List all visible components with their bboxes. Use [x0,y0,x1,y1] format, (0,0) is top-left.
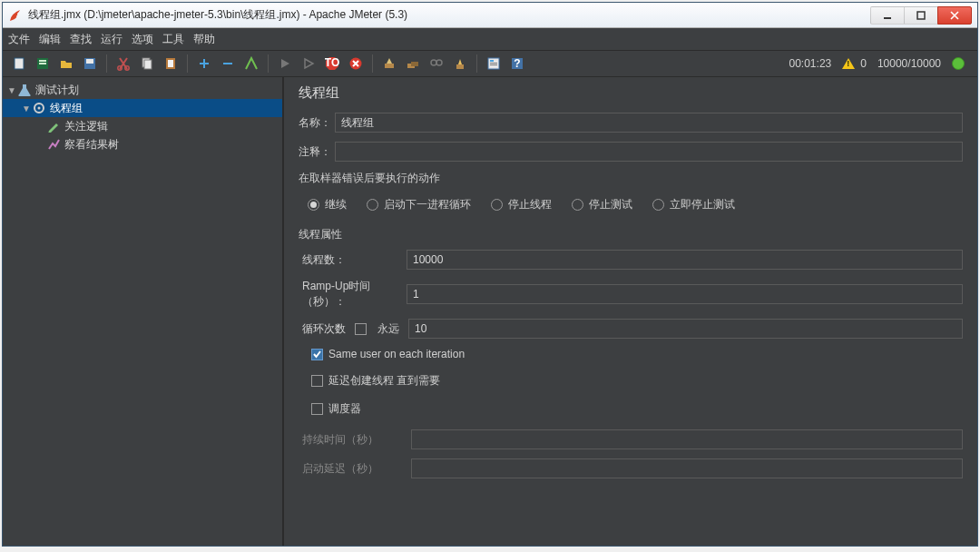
name-label: 名称： [299,115,335,131]
loop-forever-checkbox[interactable]: 永远 [355,321,399,337]
thread-count: 10000/10000 [877,57,941,70]
open-icon[interactable] [55,53,77,74]
radio-stop-test[interactable]: 停止测试 [572,197,632,212]
svg-rect-1 [917,12,925,19]
tree-node-child[interactable]: 察看结果树 [3,135,282,153]
warn-count: 0 [860,57,867,70]
clear-all-icon[interactable] [402,53,424,74]
start-no-timers-icon[interactable] [298,53,319,74]
duration-input [411,429,963,449]
toolbar-status: 00:01:23 0 10000/10000 [789,57,972,70]
radio-continue[interactable]: 继续 [308,197,347,212]
menu-edit[interactable]: 编辑 [39,32,61,47]
clear-icon[interactable] [378,53,400,74]
svg-rect-2 [15,58,24,69]
app-window: 线程组.jmx (D:\jmeter\apache-jmeter-5.3\bin… [2,2,978,547]
menu-options[interactable]: 选项 [132,32,153,47]
panel-title: 线程组 [299,84,963,102]
svg-rect-25 [490,63,497,64]
pencil-icon [46,119,61,133]
rampup-label: Ramp-Up时间（秒）： [302,279,407,310]
svg-text:STOP: STOP [325,56,339,69]
duration-label: 持续时间（秒） [302,432,411,448]
svg-point-20 [431,60,436,65]
radio-stop-thread[interactable]: 停止线程 [491,197,552,212]
test-plan-tree[interactable]: ▼ 测试计划 ▼ 线程组 关注逻辑 察看结果树 [3,77,284,546]
cut-icon[interactable] [113,53,134,74]
toolbar-separator [106,54,107,73]
minimize-button[interactable] [870,6,905,25]
comment-label: 注释： [299,144,335,160]
scheduler-checkbox[interactable]: 调度器 [302,401,963,417]
toolbar-separator [476,54,477,73]
svg-rect-13 [168,60,173,67]
svg-rect-26 [490,64,497,65]
menu-search[interactable]: 查找 [70,32,92,47]
svg-text:?: ? [514,57,520,70]
svg-rect-24 [490,60,494,62]
paste-icon[interactable] [160,53,181,74]
tree-node-thread-group[interactable]: ▼ 线程组 [3,99,282,117]
toolbar-separator [268,54,269,73]
templates-icon[interactable] [32,53,54,74]
svg-rect-4 [39,60,46,62]
expand-icon[interactable] [193,53,215,74]
start-icon[interactable] [274,53,296,74]
tree-node-test-plan[interactable]: ▼ 测试计划 [3,81,282,99]
menu-help[interactable]: 帮助 [193,32,215,47]
comment-input[interactable] [335,142,963,162]
error-action-group: 继续 启动下一进程循环 停止线程 停止测试 立即停止测试 [299,193,963,222]
shutdown-icon[interactable] [345,53,367,74]
menubar: 文件 编辑 查找 运行 选项 工具 帮助 [3,28,977,50]
tree-node-child[interactable]: 关注逻辑 [3,117,282,135]
loop-label: 循环次数 [302,321,355,337]
close-button[interactable] [937,6,972,25]
svg-rect-7 [86,59,93,64]
results-icon [46,137,61,152]
menu-tools[interactable]: 工具 [162,32,184,47]
menu-file[interactable]: 文件 [8,32,30,47]
rampup-input[interactable] [407,284,963,304]
maximize-button[interactable] [904,6,938,25]
toolbar-separator [187,54,188,73]
delay-create-checkbox[interactable]: 延迟创建线程 直到需要 [302,373,963,389]
stop-icon[interactable]: STOP [321,53,343,74]
status-indicator-icon [952,57,965,70]
flask-icon [17,83,32,97]
startup-delay-input [411,458,963,478]
svg-rect-22 [456,64,464,69]
function-helper-icon[interactable] [483,53,505,74]
warning-icon[interactable] [842,58,855,69]
search-icon[interactable] [426,53,447,74]
svg-rect-5 [39,63,46,64]
gear-icon [32,101,46,115]
titlebar: 线程组.jmx (D:\jmeter\apache-jmeter-5.3\bin… [3,3,977,28]
save-icon[interactable] [79,53,101,74]
reset-search-icon[interactable] [449,53,471,74]
collapse-icon[interactable] [217,53,239,74]
radio-start-next[interactable]: 启动下一进程循环 [367,197,471,212]
threads-input[interactable] [407,250,963,270]
svg-rect-11 [144,60,152,69]
name-input[interactable] [335,113,963,133]
same-user-checkbox[interactable]: Same user on each iteration [302,348,963,360]
copy-icon[interactable] [136,53,158,74]
threads-label: 线程数： [302,252,407,268]
svg-point-30 [38,107,41,110]
toolbar: STOP ? 00:01:23 0 10000/10000 [3,50,977,77]
new-icon[interactable] [8,53,30,74]
svg-rect-17 [385,64,394,68]
menu-run[interactable]: 运行 [101,32,122,47]
help-icon[interactable]: ? [506,53,528,74]
elapsed-time: 00:01:23 [789,57,832,70]
error-action-label: 在取样器错误后要执行的动作 [299,171,963,186]
svg-rect-19 [411,62,418,66]
svg-rect-0 [884,17,891,19]
startup-delay-label: 启动延迟（秒） [302,461,411,477]
window-title: 线程组.jmx (D:\jmeter\apache-jmeter-5.3\bin… [28,7,871,23]
app-icon [8,8,23,23]
toggle-icon[interactable] [240,53,262,74]
radio-stop-now[interactable]: 立即停止测试 [652,197,735,212]
svg-point-21 [436,60,442,65]
loop-input[interactable] [408,319,963,339]
